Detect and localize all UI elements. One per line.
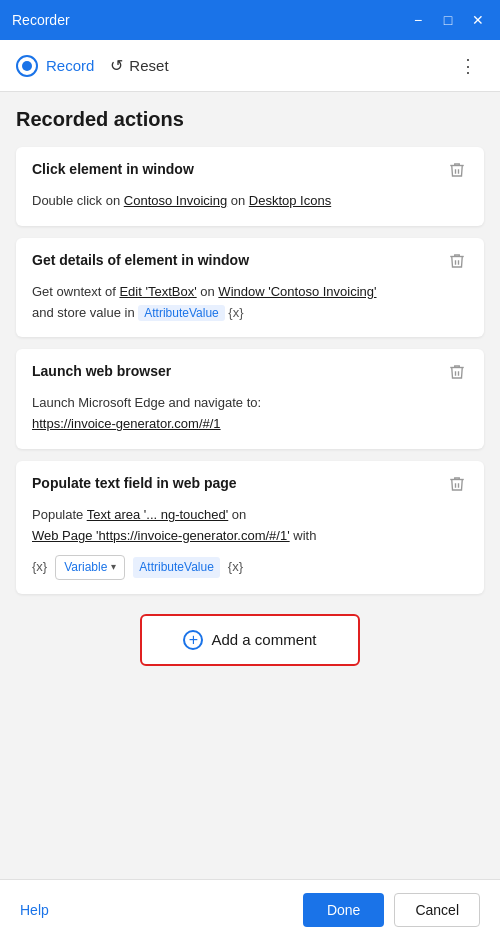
title-bar: Recorder − □ ✕ bbox=[0, 0, 500, 40]
record-dot bbox=[22, 61, 32, 71]
card-3-header: Launch web browser bbox=[32, 363, 468, 385]
action-card-2: Get details of element in window Get own… bbox=[16, 238, 484, 338]
action-card-4: Populate text field in web page Populate… bbox=[16, 461, 484, 594]
delete-card-1-button[interactable] bbox=[446, 161, 468, 183]
trash-icon bbox=[448, 363, 466, 381]
delete-card-4-button[interactable] bbox=[446, 475, 468, 497]
card-1-link1[interactable]: Contoso Invoicing bbox=[124, 193, 227, 208]
variable-label: Variable bbox=[64, 558, 107, 577]
minimize-button[interactable]: − bbox=[408, 10, 428, 30]
card-4-title: Populate text field in web page bbox=[32, 475, 237, 491]
card-4-header: Populate text field in web page bbox=[32, 475, 468, 497]
variable-chip[interactable]: Variable ▾ bbox=[55, 555, 125, 580]
card-1-title: Click element in window bbox=[32, 161, 194, 177]
card-4-link2[interactable]: Web Page 'https://invoice-generator.com/… bbox=[32, 528, 290, 543]
card-2-link1[interactable]: Edit 'TextBox' bbox=[119, 284, 196, 299]
reset-icon: ↺ bbox=[110, 56, 123, 75]
card-4-body: Populate Text area '... ng-touched' on W… bbox=[32, 505, 468, 580]
help-link[interactable]: Help bbox=[20, 902, 49, 918]
card-1-text-prefix: Double click on bbox=[32, 193, 124, 208]
add-comment-area: + Add a comment bbox=[16, 614, 484, 666]
delete-card-2-button[interactable] bbox=[446, 252, 468, 274]
window-controls: − □ ✕ bbox=[408, 10, 488, 30]
trash-icon bbox=[448, 252, 466, 270]
more-options-button[interactable]: ⋮ bbox=[453, 55, 484, 77]
chevron-down-icon: ▾ bbox=[111, 559, 116, 575]
card-3-title: Launch web browser bbox=[32, 363, 171, 379]
add-comment-label: Add a comment bbox=[211, 631, 316, 648]
card-2-text-suffix: and store value in bbox=[32, 305, 138, 320]
plus-icon: + bbox=[183, 630, 203, 650]
card-4-link1[interactable]: Text area '... ng-touched' bbox=[87, 507, 229, 522]
card-1-link2[interactable]: Desktop Icons bbox=[249, 193, 331, 208]
section-title: Recorded actions bbox=[16, 108, 484, 131]
toolbar-left: Record ↺ Reset bbox=[16, 55, 169, 77]
card-2-text-prefix: Get owntext of bbox=[32, 284, 119, 299]
card-4-curly: {x} bbox=[228, 557, 243, 578]
card-2-link2[interactable]: Window 'Contoso Invoicing' bbox=[218, 284, 376, 299]
card-1-body: Double click on Contoso Invoicing on Des… bbox=[32, 191, 468, 212]
app-title: Recorder bbox=[12, 12, 70, 28]
card-4-attribute-chip: AttributeValue bbox=[133, 557, 220, 578]
maximize-button[interactable]: □ bbox=[438, 10, 458, 30]
action-card-3: Launch web browser Launch Microsoft Edge… bbox=[16, 349, 484, 449]
card-4-line1-prefix: Populate bbox=[32, 507, 87, 522]
action-card-1: Click element in window Double click on … bbox=[16, 147, 484, 226]
reset-button[interactable]: ↺ Reset bbox=[110, 56, 168, 75]
card-4-line1-suffix: on bbox=[228, 507, 246, 522]
card-4-curly-prefix: {x} bbox=[32, 557, 47, 578]
card-2-header: Get details of element in window bbox=[32, 252, 468, 274]
delete-card-3-button[interactable] bbox=[446, 363, 468, 385]
card-2-text-middle: on bbox=[197, 284, 219, 299]
footer: Help Done Cancel bbox=[0, 879, 500, 939]
card-2-chip: AttributeValue bbox=[138, 305, 225, 321]
record-icon bbox=[16, 55, 38, 77]
card-3-link1[interactable]: https://invoice-generator.com/#/1 bbox=[32, 416, 221, 431]
trash-icon bbox=[448, 475, 466, 493]
record-button[interactable]: Record bbox=[16, 55, 94, 77]
close-button[interactable]: ✕ bbox=[468, 10, 488, 30]
reset-label: Reset bbox=[129, 57, 168, 74]
card-1-header: Click element in window bbox=[32, 161, 468, 183]
cancel-button[interactable]: Cancel bbox=[394, 893, 480, 927]
footer-actions: Done Cancel bbox=[303, 893, 480, 927]
card-3-text-prefix: Launch Microsoft Edge and navigate to: bbox=[32, 395, 261, 410]
record-label: Record bbox=[46, 57, 94, 74]
add-comment-button[interactable]: + Add a comment bbox=[140, 614, 360, 666]
done-button[interactable]: Done bbox=[303, 893, 384, 927]
card-3-body: Launch Microsoft Edge and navigate to: h… bbox=[32, 393, 468, 435]
toolbar: Record ↺ Reset ⋮ bbox=[0, 40, 500, 92]
card-1-text-middle: on bbox=[227, 193, 249, 208]
card-2-curly: {x} bbox=[228, 305, 243, 320]
card-2-title: Get details of element in window bbox=[32, 252, 249, 268]
main-content: Recorded actions Click element in window… bbox=[0, 92, 500, 879]
card-2-body: Get owntext of Edit 'TextBox' on Window … bbox=[32, 282, 468, 324]
card-4-line2-suffix: with bbox=[290, 528, 317, 543]
trash-icon bbox=[448, 161, 466, 179]
